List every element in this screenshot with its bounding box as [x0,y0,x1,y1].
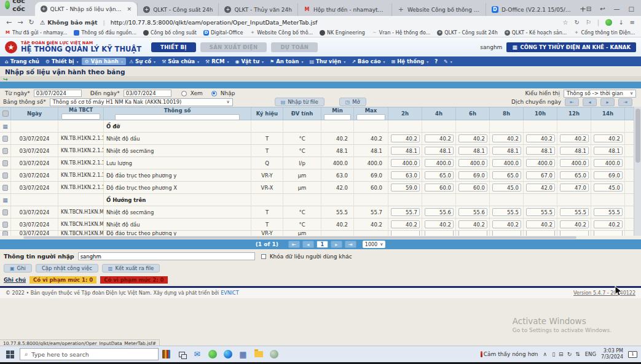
value-input[interactable] [526,134,555,142]
value-input[interactable] [560,184,589,192]
row-checkbox[interactable] [2,148,8,154]
version-link[interactable]: Version 5.4.7 - 20240122 [573,290,635,296]
tray-icon-0[interactable]: ▯ [552,351,555,357]
bookmark-item[interactable]: MThư đã gửi - nhamay... [5,30,67,36]
value-input[interactable] [492,231,521,236]
page-next-button[interactable]: ▸ [331,241,342,248]
value-input[interactable] [560,220,589,228]
from-date-input[interactable]: 03/07/2024 [34,90,82,97]
row-checkbox[interactable] [2,136,8,142]
edge-icon[interactable] [220,346,235,363]
page-prev-button[interactable]: ◂ [302,241,314,248]
param-table-select[interactable]: Thông số cơ tổ máy H1 NM Ka Nak (AKKN.10… [50,98,233,106]
value-input[interactable] [391,134,420,142]
vertical-scrollbar[interactable] [634,107,641,236]
new-tab-button[interactable]: + [580,4,586,16]
evnict-link[interactable]: EVNICT [221,290,238,296]
task-view-icon[interactable] [174,346,189,363]
value-input[interactable] [425,171,454,179]
value-input[interactable] [458,220,487,228]
security-chip[interactable]: ⚠ Không bảo mật [40,19,98,26]
page-first-button[interactable]: ⇤ [288,241,300,248]
value-input[interactable] [492,171,521,179]
return-icon[interactable]: ↩ [600,6,605,12]
import-file-button[interactable]: ▤ Nhập từ file [275,98,324,106]
value-input[interactable] [458,159,487,167]
row-checkbox[interactable] [2,231,8,236]
value-input[interactable] [594,208,623,216]
row-checkbox[interactable] [2,185,8,191]
nav-item-operation[interactable]: ⚙Vận hành▾ [82,58,126,65]
value-input[interactable] [458,147,487,155]
value-input[interactable] [492,147,521,155]
row-checkbox[interactable] [2,209,8,215]
reload-icon[interactable]: ↻ [28,18,34,26]
value-input[interactable] [458,231,487,236]
nav-item-incident[interactable]: ⚠Sự cố▾ [126,58,159,65]
nav-item-edit[interactable]: ✎▾ [441,58,455,65]
sidebar-icon[interactable]: ⊟ [586,6,591,12]
value-input[interactable] [526,171,555,179]
file-explorer-icon[interactable] [251,346,266,363]
value-input[interactable] [594,159,623,167]
shift-next-button[interactable]: ▸ [600,98,615,106]
value-input[interactable] [526,184,555,192]
value-input[interactable] [526,147,555,155]
module-tab-active[interactable]: THIẾT BỊ [151,42,196,52]
start-button[interactable] [0,350,20,358]
col-code-filter-input[interactable] [61,114,100,120]
value-input[interactable] [560,208,589,216]
value-input[interactable] [594,171,623,179]
value-input[interactable] [492,208,521,216]
value-input[interactable] [594,220,623,228]
col-max-filter-input[interactable] [356,114,385,120]
bookmark-item[interactable]: +Website Công bố thô... [250,30,313,36]
value-input[interactable] [492,220,521,228]
taskbar-search[interactable]: ⌕ Type here to search [20,348,159,360]
value-input[interactable] [458,134,487,142]
value-input[interactable] [560,134,589,142]
page-last-button[interactable]: ⇥ [345,241,356,248]
value-input[interactable] [425,147,454,155]
scrollbar-thumb[interactable] [23,236,576,239]
forward-icon[interactable]: → [17,18,23,26]
lock-label[interactable]: Khóa dữ liệu người dùng khác [270,254,352,260]
value-input[interactable] [594,147,623,155]
value-input[interactable] [425,231,454,236]
row-checkbox[interactable] [2,222,8,228]
value-input[interactable] [526,159,555,167]
browser-tab[interactable]: MHộp thư đến - nhamaythuydienk... [297,3,391,16]
value-input[interactable] [594,231,623,236]
coccoc-icon[interactable] [205,346,220,363]
mail-icon[interactable]: ✉ [189,346,205,363]
browser-tab[interactable]: +QLKT - Công suất 24h [137,3,218,16]
module-tab-inactive[interactable]: SẢN XUẤT ĐIỆN [200,42,267,52]
lock-checkbox[interactable] [261,254,266,259]
value-input[interactable] [391,231,420,236]
weather-widget[interactable]: Cảm thấy nóng hơn [481,351,538,357]
value-input[interactable] [391,171,420,179]
value-input[interactable] [425,208,454,216]
export-file-button[interactable]: ▥ Kết xuất ra file [102,264,160,273]
row-checkbox[interactable] [2,160,8,166]
value-input[interactable] [526,231,555,236]
value-input[interactable] [560,231,589,236]
tray-chevron-icon[interactable]: ∧ [543,351,548,357]
value-input[interactable] [391,184,420,192]
value-input[interactable] [560,159,589,167]
value-input[interactable] [391,208,420,216]
browser-tab[interactable]: +QLKT - Thủy văn 24h [218,3,297,16]
nav-item-system[interactable]: ⊞Hệ thống▾ [388,58,432,65]
open-button[interactable]: ◳ Mở [339,98,366,106]
bookmark-item[interactable]: Công bố công suất [143,30,197,36]
page-number-button[interactable]: 1 [317,241,328,248]
notification-icon[interactable]: 1 [628,351,637,358]
value-input[interactable] [391,220,420,228]
browser-tab[interactable]: +QLKT - Nhập số liệu vận hàn✕ [35,2,138,16]
misc-app-icon[interactable] [266,346,281,363]
maximize-icon[interactable]: □ [629,6,634,12]
nav-item-materials[interactable]: ◉Vật tư▾ [232,58,267,65]
coccoc-save-icon[interactable] [605,19,612,26]
to-date-input[interactable]: 03/07/2024 [124,90,171,97]
nav-item-help[interactable]: ? [431,58,441,65]
